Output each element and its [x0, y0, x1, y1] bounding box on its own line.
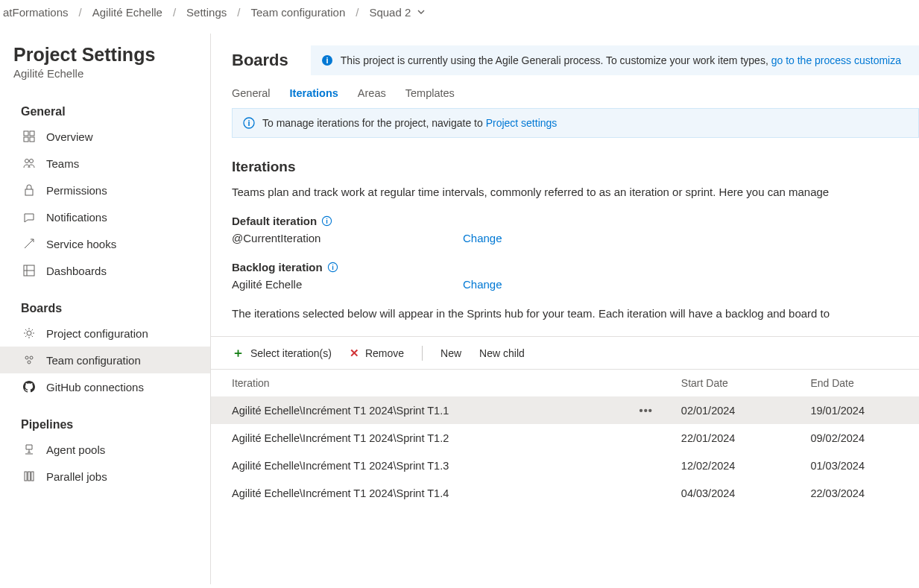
teams-icon: [22, 157, 36, 170]
sidebar-item-team-configuration[interactable]: Team configuration: [0, 347, 210, 373]
cell-iteration: Agilité Echelle\Incrément T1 2024\Sprint…: [211, 479, 619, 507]
nav-label: Teams: [46, 157, 79, 170]
table-header-blank: [619, 370, 660, 396]
notifications-icon: [22, 210, 36, 224]
change-default-iteration-button[interactable]: Change: [463, 232, 502, 244]
table-row[interactable]: Agilité Echelle\Incrément T1 2024\Sprint…: [211, 396, 919, 424]
sidebar-item-github-connections[interactable]: GitHub connections: [0, 373, 210, 400]
svg-point-13: [28, 361, 31, 364]
svg-rect-16: [31, 472, 34, 481]
breadcrumb-current-label: Squad 2: [369, 6, 411, 19]
main-content: Boards i This project is currently using…: [211, 34, 919, 584]
banner-text: This project is currently using the Agil…: [341, 54, 901, 66]
iterations-table: Iteration Start Date End Date Agilité Ec…: [211, 370, 919, 507]
table-row[interactable]: Agilité Echelle\Incrément T1 2024\Sprint…: [211, 424, 919, 452]
github-icon: [22, 380, 36, 393]
nav-label: Team configuration: [46, 354, 141, 367]
default-iteration-label: Default iteration: [232, 215, 317, 227]
tab-templates[interactable]: Templates: [405, 87, 455, 101]
tab-iterations[interactable]: Iterations: [290, 87, 338, 101]
svg-rect-0: [24, 131, 28, 136]
parallel-jobs-icon: [22, 470, 36, 483]
info-icon[interactable]: i: [327, 262, 338, 273]
sidebar-item-dashboards[interactable]: Dashboards: [0, 257, 210, 284]
cell-iteration: Agilité Echelle\Incrément T1 2024\Sprint…: [211, 452, 619, 479]
select-iterations-button[interactable]: ＋ Select iteration(s): [232, 344, 332, 361]
iterations-toolbar: ＋ Select iteration(s) ✕ Remove New New c…: [211, 336, 919, 370]
nav-label: Service hooks: [46, 238, 116, 250]
breadcrumb-item-current[interactable]: Squad 2: [369, 6, 426, 19]
process-customization-link[interactable]: go to the process customiza: [771, 54, 901, 66]
cell-start-date: 04/03/2024: [660, 479, 790, 507]
hooks-icon: [22, 237, 36, 250]
svg-point-10: [27, 331, 31, 335]
plus-icon: ＋: [232, 344, 244, 361]
info-icon: i: [321, 54, 333, 66]
sidebar-item-parallel-jobs[interactable]: Parallel jobs: [0, 463, 210, 490]
nav-label: Permissions: [46, 184, 107, 197]
sidebar-item-permissions[interactable]: Permissions: [0, 177, 210, 203]
lock-icon: [22, 183, 36, 197]
cell-actions: [619, 452, 660, 479]
svg-rect-14: [25, 472, 27, 481]
tab-general[interactable]: General: [232, 87, 271, 101]
new-child-button[interactable]: New child: [479, 347, 525, 359]
breadcrumb: atFormations / Agilité Echelle / Setting…: [0, 0, 919, 34]
table-header-end-date[interactable]: End Date: [789, 370, 919, 396]
backlog-iteration-label: Backlog iteration: [232, 261, 323, 274]
nav-label: Dashboards: [46, 265, 107, 277]
breadcrumb-separator: /: [237, 6, 240, 19]
process-banner: i This project is currently using the Ag…: [311, 45, 919, 75]
sidebar-item-notifications[interactable]: Notifications: [0, 203, 210, 230]
backlog-iteration-value: Agilité Echelle: [232, 278, 463, 291]
nav-label: Notifications: [46, 211, 107, 224]
sidebar-item-overview[interactable]: Overview: [0, 123, 210, 150]
iterations-selected-description: The iterations selected below will appea…: [232, 307, 898, 320]
sidebar-item-agent-pools[interactable]: Agent pools: [0, 436, 210, 463]
svg-point-5: [30, 159, 34, 163]
breadcrumb-item[interactable]: atFormations: [3, 6, 69, 19]
svg-point-11: [25, 356, 28, 359]
overview-icon: [22, 130, 36, 143]
nav-label: Project configuration: [46, 327, 148, 340]
change-backlog-iteration-button[interactable]: Change: [463, 278, 502, 291]
sidebar-item-service-hooks[interactable]: Service hooks: [0, 230, 210, 257]
info-icon: i: [243, 117, 255, 129]
gear-icon: [22, 326, 36, 340]
section-header: Iterations: [232, 159, 898, 175]
sidebar-group-general: General: [0, 99, 210, 123]
breadcrumb-item[interactable]: Agilité Echelle: [92, 6, 162, 19]
manage-iterations-banner: i To manage iterations for the project, …: [232, 108, 919, 138]
project-subtitle: Agilité Echelle: [0, 67, 210, 99]
cell-iteration: Agilité Echelle\Incrément T1 2024\Sprint…: [211, 424, 619, 452]
table-header-start-date[interactable]: Start Date: [660, 370, 790, 396]
nav-label: Agent pools: [46, 443, 105, 456]
tab-areas[interactable]: Areas: [358, 87, 386, 101]
more-icon[interactable]: •••: [639, 405, 653, 417]
remove-button[interactable]: ✕ Remove: [350, 347, 404, 360]
breadcrumb-item[interactable]: Settings: [186, 6, 227, 19]
svg-text:i: i: [326, 56, 328, 65]
breadcrumb-separator: /: [356, 6, 359, 19]
section-description: Teams plan and track work at regular tim…: [232, 186, 898, 198]
svg-text:i: i: [332, 264, 334, 271]
svg-text:i: i: [247, 118, 250, 127]
table-row[interactable]: Agilité Echelle\Incrément T1 2024\Sprint…: [211, 452, 919, 479]
breadcrumb-item[interactable]: Team configuration: [250, 6, 345, 19]
breadcrumb-separator: /: [173, 6, 176, 19]
toolbar-label: New: [440, 347, 461, 359]
dashboards-icon: [22, 264, 36, 277]
svg-point-4: [25, 159, 29, 163]
close-icon: ✕: [350, 347, 359, 360]
table-row[interactable]: Agilité Echelle\Incrément T1 2024\Sprint…: [211, 479, 919, 507]
cell-actions: [619, 479, 660, 507]
table-header-iteration[interactable]: Iteration: [211, 370, 619, 396]
svg-text:i: i: [326, 218, 328, 225]
cell-end-date: 22/03/2024: [789, 479, 919, 507]
sidebar-item-teams[interactable]: Teams: [0, 150, 210, 177]
sidebar-item-project-configuration[interactable]: Project configuration: [0, 320, 210, 347]
project-settings-link[interactable]: Project settings: [486, 117, 558, 129]
new-button[interactable]: New: [440, 347, 461, 359]
svg-point-12: [30, 356, 33, 359]
info-icon[interactable]: i: [321, 215, 332, 227]
